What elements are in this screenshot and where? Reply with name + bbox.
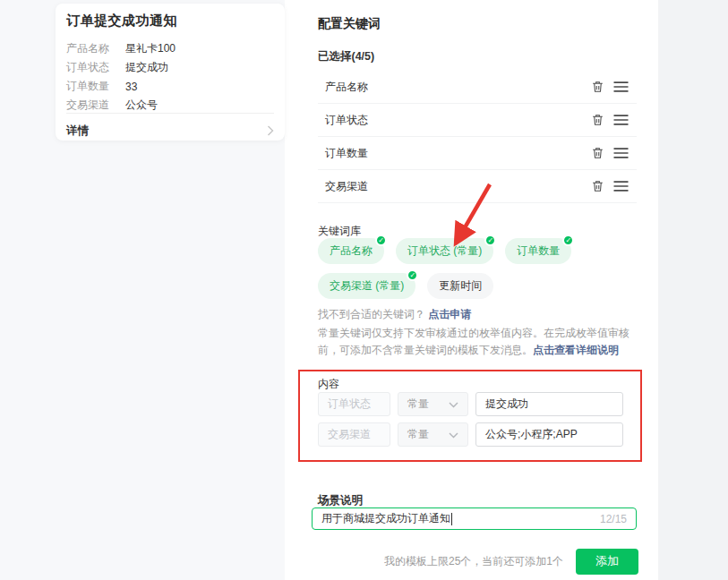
- trash-icon: [591, 179, 604, 193]
- check-badge-icon: ✓: [407, 269, 418, 281]
- drag-handle-icon: [613, 81, 629, 92]
- value-input[interactable]: 提交成功: [475, 392, 623, 416]
- content-row: 交易渠道常量公众号;小程序;APP: [318, 422, 623, 447]
- value-input[interactable]: 公众号;小程序;APP: [475, 422, 623, 447]
- keyword-field-disabled: 订单状态: [318, 392, 390, 416]
- selected-keyword-label: 订单数量: [325, 146, 588, 161]
- drag-keyword-handle[interactable]: [612, 144, 630, 162]
- selected-keyword-row: 订单数量: [318, 137, 637, 170]
- drag-handle-icon: [613, 148, 629, 158]
- preview-field-label: 订单数量: [66, 79, 125, 94]
- trash-icon: [591, 146, 604, 160]
- keyword-tag-label: 更新时间: [439, 279, 482, 292]
- help-question: 找不到合适的关键词？: [318, 308, 425, 320]
- chevron-down-icon: [449, 398, 458, 411]
- drag-keyword-handle[interactable]: [612, 111, 630, 129]
- keyword-tag[interactable]: 更新时间: [427, 273, 493, 299]
- template-preview-card: 订单提交成功通知 产品名称星礼卡100订单状态提交成功订单数量33交易渠道公众号…: [56, 4, 285, 141]
- preview-field-row: 交易渠道公众号: [66, 96, 272, 115]
- keyword-tag[interactable]: 产品名称✓: [318, 238, 384, 264]
- chevron-down-icon: [449, 429, 458, 441]
- keyword-tag-label: 订单数量: [517, 244, 560, 257]
- keyword-tag-label: 产品名称: [330, 244, 373, 257]
- keyword-tag[interactable]: 订单状态 (常量)✓: [396, 238, 493, 264]
- preview-field-label: 产品名称: [66, 41, 125, 56]
- constant-note: 常量关键词仅支持下发审核通过的枚举值内容。在完成枚举值审核前，可添加不含常量关键…: [318, 325, 638, 359]
- type-select[interactable]: 常量: [398, 422, 468, 447]
- preview-field-value: 公众号: [125, 98, 158, 113]
- delete-keyword-button[interactable]: [588, 177, 606, 195]
- library-label: 关键词库: [318, 224, 361, 239]
- selected-heading: 已选择(4/5): [318, 49, 374, 64]
- keyword-library-tags: 产品名称✓订单状态 (常量)✓订单数量✓交易渠道 (常量)✓更新时间: [318, 238, 649, 308]
- text-cursor: [451, 513, 452, 525]
- preview-field-row: 订单状态提交成功: [66, 58, 272, 77]
- preview-field-label: 订单状态: [66, 60, 125, 75]
- selected-keyword-row: 订单状态: [318, 104, 637, 137]
- check-badge-icon: ✓: [484, 235, 496, 246]
- selected-keyword-label: 订单状态: [325, 113, 588, 128]
- keyword-tag[interactable]: 订单数量✓: [505, 238, 571, 264]
- scene-label: 场景说明: [318, 493, 363, 508]
- apply-link[interactable]: 点击申请: [428, 308, 471, 320]
- detail-row[interactable]: 详情: [66, 121, 274, 141]
- drag-keyword-handle[interactable]: [612, 177, 630, 195]
- keyword-field-disabled: 交易渠道: [318, 422, 390, 447]
- preview-field-value: 星礼卡100: [125, 41, 176, 56]
- drag-handle-icon: [613, 115, 629, 125]
- add-button[interactable]: 添加: [576, 549, 638, 575]
- scene-input-value: 用于商城提交成功订单通知: [321, 511, 600, 526]
- keyword-tag-label: 订单状态 (常量): [407, 244, 482, 257]
- char-counter: 12/15: [600, 513, 627, 525]
- type-select[interactable]: 常量: [398, 392, 468, 416]
- content-row: 订单状态常量提交成功: [318, 392, 623, 416]
- keyword-tag[interactable]: 交易渠道 (常量)✓: [318, 273, 415, 299]
- template-fields: 产品名称星礼卡100订单状态提交成功订单数量33交易渠道公众号: [66, 39, 272, 115]
- detail-label: 详情: [66, 124, 89, 139]
- delete-keyword-button[interactable]: [588, 78, 606, 96]
- selected-keyword-label: 产品名称: [325, 80, 588, 95]
- quota-text: 我的模板上限25个，当前还可添加1个: [384, 554, 563, 569]
- preview-field-row: 订单数量33: [66, 77, 272, 96]
- drag-keyword-handle[interactable]: [612, 78, 630, 96]
- check-badge-icon: ✓: [375, 235, 387, 246]
- trash-icon: [591, 80, 604, 94]
- divider: [66, 113, 274, 114]
- template-title: 订单提交成功通知: [66, 13, 272, 30]
- check-badge-icon: ✓: [562, 235, 574, 246]
- preview-field-value: 提交成功: [125, 60, 168, 75]
- content-label: 内容: [318, 377, 339, 392]
- drag-handle-icon: [613, 181, 629, 192]
- preview-field-value: 33: [125, 81, 137, 93]
- trash-icon: [591, 113, 604, 127]
- delete-keyword-button[interactable]: [588, 144, 606, 162]
- bottom-action-row: 我的模板上限25个，当前还可添加1个 添加: [318, 548, 638, 575]
- preview-field-row: 产品名称星礼卡100: [66, 39, 272, 58]
- preview-field-label: 交易渠道: [66, 98, 125, 113]
- selected-keyword-row: 产品名称: [318, 71, 637, 104]
- right-background: [658, 0, 728, 580]
- keyword-tag-label: 交易渠道 (常量): [330, 279, 404, 292]
- content-form: 订单状态常量提交成功交易渠道常量公众号;小程序;APP: [318, 392, 623, 453]
- chevron-right-icon: [267, 125, 274, 136]
- selected-keyword-row: 交易渠道: [318, 170, 637, 203]
- delete-keyword-button[interactable]: [588, 111, 606, 129]
- type-select-value: 常量: [407, 427, 429, 442]
- panel-heading: 配置关键词: [318, 16, 381, 32]
- selected-keyword-list: 产品名称订单状态订单数量交易渠道: [318, 71, 637, 203]
- type-select-value: 常量: [407, 397, 429, 412]
- detail-doc-link[interactable]: 点击查看详细说明: [533, 344, 619, 356]
- selected-keyword-label: 交易渠道: [325, 179, 588, 194]
- help-line: 找不到合适的关键词？ 点击申请: [318, 307, 471, 322]
- page: 订单提交成功通知 产品名称星礼卡100订单状态提交成功订单数量33交易渠道公众号…: [0, 0, 728, 580]
- scene-input[interactable]: 用于商城提交成功订单通知 12/15: [312, 508, 637, 530]
